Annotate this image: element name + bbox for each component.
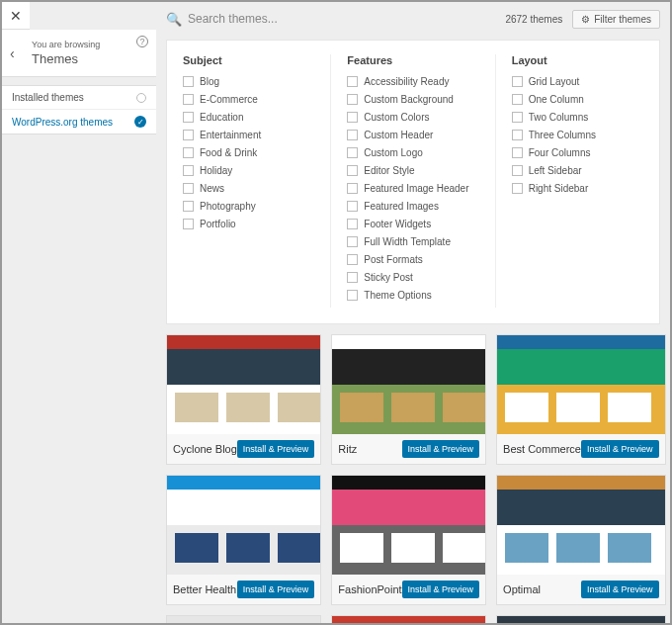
- browsing-title: Themes: [32, 51, 144, 66]
- filter-checkbox-row[interactable]: One Column: [512, 94, 643, 105]
- theme-card[interactable]: [166, 615, 321, 623]
- checkbox-icon: [347, 254, 358, 265]
- filter-item-label: Right Sidebar: [529, 183, 589, 194]
- theme-card-footer: OptimalInstall & Preview: [497, 575, 664, 604]
- filter-checkbox-row[interactable]: Featured Images: [347, 201, 478, 212]
- theme-thumbnail: [167, 616, 320, 623]
- filter-checkbox-row[interactable]: Grid Layout: [512, 76, 643, 87]
- filter-item-label: Portfolio: [200, 219, 236, 229]
- filter-column: FeaturesAccessibility ReadyCustom Backgr…: [331, 54, 495, 308]
- theme-card[interactable]: Better HealthInstall & Preview: [166, 475, 321, 605]
- filter-checkbox-row[interactable]: Holiday: [183, 165, 314, 176]
- checkbox-icon: [347, 201, 358, 212]
- filter-checkbox-row[interactable]: Left Sidebar: [512, 165, 643, 176]
- browsing-label: You are browsing: [32, 40, 144, 49]
- theme-name: Better Health: [173, 583, 236, 595]
- theme-card[interactable]: FashionPointInstall & Preview: [331, 475, 486, 605]
- search-wrap: 🔍: [166, 8, 495, 30]
- close-icon: ✕: [10, 8, 22, 24]
- theme-card[interactable]: RitzInstall & Preview: [331, 334, 486, 465]
- filter-item-label: Custom Logo: [364, 147, 422, 158]
- browse-header: ‹ ? You are browsing Themes: [2, 30, 156, 77]
- search-icon: 🔍: [166, 12, 182, 27]
- filter-column: LayoutGrid LayoutOne ColumnTwo ColumnsTh…: [496, 54, 659, 308]
- theme-name: Ritz: [338, 443, 357, 455]
- checkbox-icon: [347, 112, 358, 123]
- checkbox-icon: [183, 112, 194, 123]
- filter-checkbox-row[interactable]: Custom Background: [347, 94, 478, 105]
- filter-checkbox-row[interactable]: Education: [183, 112, 314, 123]
- filter-checkbox-row[interactable]: Custom Colors: [347, 112, 478, 123]
- checkbox-icon: [183, 165, 194, 176]
- filter-item-label: Grid Layout: [529, 76, 580, 87]
- filter-checkbox-row[interactable]: E-Commerce: [183, 94, 314, 105]
- filter-item-label: Featured Image Header: [364, 183, 468, 194]
- theme-thumbnail: [497, 476, 664, 575]
- theme-card-footer: FashionPointInstall & Preview: [332, 575, 485, 604]
- filter-checkbox-row[interactable]: Custom Logo: [347, 147, 478, 158]
- help-icon[interactable]: ?: [136, 36, 148, 47]
- filter-checkbox-row[interactable]: Blog: [183, 76, 314, 87]
- filter-checkbox-row[interactable]: Post Formats: [347, 254, 478, 265]
- filter-checkbox-row[interactable]: Accessibility Ready: [347, 76, 478, 87]
- filter-checkbox-row[interactable]: News: [183, 183, 314, 194]
- filter-item-label: Holiday: [200, 165, 232, 176]
- radio-checked-icon: ✓: [134, 116, 146, 128]
- filter-checkbox-row[interactable]: Two Columns: [512, 112, 643, 123]
- checkbox-icon: [512, 147, 523, 158]
- filter-themes-button[interactable]: ⚙ Filter themes: [572, 10, 660, 29]
- filter-checkbox-row[interactable]: Photography: [183, 201, 314, 212]
- theme-card[interactable]: Best CommerceInstall & Preview: [496, 334, 665, 465]
- filter-checkbox-row[interactable]: Sticky Post: [347, 272, 478, 283]
- filter-item-label: Blog: [200, 76, 219, 87]
- filter-checkbox-row[interactable]: Food & Drink: [183, 147, 314, 158]
- filter-checkbox-row[interactable]: Portfolio: [183, 219, 314, 229]
- filter-checkbox-row[interactable]: Featured Image Header: [347, 183, 478, 194]
- theme-sources-list: Installed themes WordPress.org themes ✓: [2, 85, 156, 134]
- filter-column-title: Layout: [512, 54, 643, 66]
- theme-card[interactable]: Cyclone BlogInstall & Preview: [166, 334, 321, 465]
- install-preview-button[interactable]: Install & Preview: [581, 440, 659, 458]
- back-chevron-icon[interactable]: ‹: [10, 45, 15, 61]
- filter-item-label: Entertainment: [200, 130, 261, 140]
- filter-checkbox-row[interactable]: Three Columns: [512, 130, 643, 140]
- filter-checkbox-row[interactable]: Custom Header: [347, 130, 478, 140]
- filter-checkbox-row[interactable]: Entertainment: [183, 130, 314, 140]
- install-preview-button[interactable]: Install & Preview: [237, 440, 315, 458]
- checkbox-icon: [183, 147, 194, 158]
- filter-checkbox-row[interactable]: Footer Widgets: [347, 219, 478, 229]
- filter-checkbox-row[interactable]: Right Sidebar: [512, 183, 643, 194]
- filter-checkbox-row[interactable]: Theme Options: [347, 290, 478, 301]
- theme-thumbnail: [497, 335, 664, 434]
- install-preview-button[interactable]: Install & Preview: [581, 580, 659, 598]
- theme-name: FashionPoint: [338, 583, 401, 595]
- checkbox-icon: [512, 94, 523, 105]
- filter-item-label: Education: [200, 112, 243, 123]
- theme-thumbnail: [167, 476, 320, 575]
- filter-item-label: E-Commerce: [200, 94, 258, 105]
- filter-checkbox-row[interactable]: Four Columns: [512, 147, 643, 158]
- theme-card[interactable]: [331, 615, 486, 623]
- checkbox-icon: [347, 130, 358, 140]
- theme-card[interactable]: [496, 615, 665, 623]
- themes-grid: Cyclone BlogInstall & PreviewRitzInstall…: [156, 334, 670, 623]
- source-wporg-themes[interactable]: WordPress.org themes ✓: [2, 110, 156, 134]
- source-installed-themes[interactable]: Installed themes: [2, 86, 156, 110]
- theme-card[interactable]: OptimalInstall & Preview: [496, 475, 665, 605]
- filter-item-label: Accessibility Ready: [364, 76, 449, 87]
- checkbox-icon: [347, 165, 358, 176]
- filter-checkbox-row[interactable]: Editor Style: [347, 165, 478, 176]
- checkbox-icon: [183, 201, 194, 212]
- install-preview-button[interactable]: Install & Preview: [402, 580, 480, 598]
- filter-item-label: Custom Header: [364, 130, 433, 140]
- close-button[interactable]: ✕: [2, 2, 30, 30]
- search-input[interactable]: [186, 8, 495, 30]
- checkbox-icon: [347, 94, 358, 105]
- filter-item-label: Editor Style: [364, 165, 414, 176]
- checkbox-icon: [512, 165, 523, 176]
- theme-thumbnail: [332, 616, 485, 623]
- install-preview-button[interactable]: Install & Preview: [402, 440, 480, 458]
- filter-checkbox-row[interactable]: Full Width Template: [347, 236, 478, 247]
- install-preview-button[interactable]: Install & Preview: [237, 580, 315, 598]
- checkbox-icon: [183, 94, 194, 105]
